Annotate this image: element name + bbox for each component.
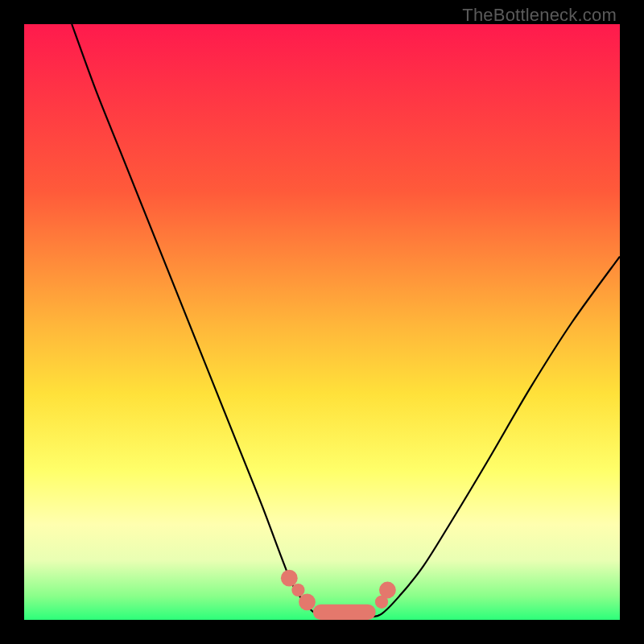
chart-frame: TheBottleneck.com: [0, 0, 644, 644]
bottleneck-curve: [72, 24, 620, 617]
flat-bottom-pill: [313, 605, 376, 620]
bottleneck-curve-svg: [24, 24, 620, 620]
attribution-text: TheBottleneck.com: [462, 5, 617, 26]
minimum-markers: [281, 570, 396, 610]
chart-plot-area: [24, 24, 620, 620]
minimum-marker: [379, 582, 396, 599]
minimum-marker: [281, 570, 298, 587]
minimum-marker: [299, 593, 316, 610]
minimum-marker: [291, 584, 304, 597]
